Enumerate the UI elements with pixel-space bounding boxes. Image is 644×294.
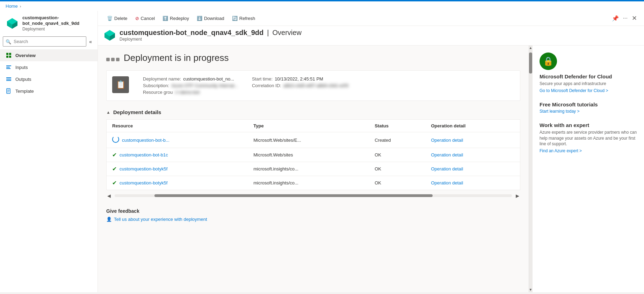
spinner-dot-2: [111, 58, 115, 61]
tutorials-link[interactable]: Start learning today >: [540, 109, 637, 114]
main-panel: Deployment is in progress 📋 Deployment n…: [98, 46, 529, 292]
feedback-title: Give feedback: [106, 208, 520, 214]
content-area: 🗑️ Delete ⊘ Cancel ⬆️ Redeploy ⬇️ Downlo…: [98, 11, 644, 292]
row4-status: OK: [369, 176, 425, 190]
sidebar-header: customquestion-bot_node_qnav4_sdk_9dd De…: [0, 11, 97, 36]
correlation-value: a8b3-c4d5-e6f7-a8b9-c0d1-e2f3: [283, 83, 348, 88]
redeploy-button[interactable]: ⬆️ Redeploy: [159, 14, 193, 23]
section-chevron: ▲: [106, 110, 110, 115]
svg-rect-12: [6, 79, 11, 79]
expert-section: Work with an expert Azure experts are se…: [540, 122, 637, 153]
col-operation: Operation detail: [425, 120, 520, 132]
section-title[interactable]: ▲ Deployment details: [106, 109, 520, 115]
row4-status-icon: ✔: [112, 180, 117, 186]
scroll-up-arrow[interactable]: ▲: [529, 46, 533, 50]
row2-operation-link[interactable]: Operation detail: [431, 152, 463, 158]
sidebar-item-overview[interactable]: Overview: [0, 49, 97, 61]
sidebar-resource-type: Deployment: [22, 27, 92, 31]
refresh-icon: 🔄: [232, 16, 238, 21]
svg-rect-9: [6, 67, 10, 68]
row4-resource-link[interactable]: customquestion-botyk5f: [120, 180, 167, 186]
sidebar: customquestion-bot_node_qnav4_sdk_9dd De…: [0, 11, 98, 292]
svg-rect-13: [6, 80, 11, 81]
row3-operation-link[interactable]: Operation detail: [431, 166, 463, 172]
row3-status: OK: [369, 162, 425, 176]
delete-icon: 🗑️: [107, 16, 113, 21]
sidebar-item-template[interactable]: Template: [0, 85, 97, 97]
right-panel: 🔒 Microsoft Defender for Cloud Secure yo…: [532, 46, 644, 292]
download-label: Download: [204, 16, 224, 21]
sidebar-item-outputs-label: Outputs: [15, 77, 31, 82]
svg-rect-10: [6, 68, 10, 69]
start-time-value: 10/13/2022, 2:45:51 PM: [275, 76, 323, 82]
shield-icon: 🔒: [543, 56, 553, 66]
defender-section: 🔒 Microsoft Defender for Cloud Secure yo…: [540, 52, 637, 93]
row2-status: OK: [369, 148, 425, 162]
col-status: Status: [369, 120, 425, 132]
pin-button[interactable]: 📌: [610, 14, 620, 23]
delete-button[interactable]: 🗑️ Delete: [103, 14, 131, 23]
row1-operation-link[interactable]: Operation detail: [431, 138, 463, 143]
search-icon: 🔍: [6, 39, 11, 44]
sidebar-item-inputs-label: Inputs: [15, 65, 28, 70]
table-row: customquestion-bot-b... Microsoft.Web/si…: [107, 132, 520, 148]
sidebar-item-template-label: Template: [15, 89, 34, 94]
row4-operation-link[interactable]: Operation detail: [431, 180, 463, 186]
sidebar-item-outputs[interactable]: Outputs: [0, 73, 97, 85]
template-icon: [6, 88, 12, 94]
scroll-left-arrow[interactable]: ◀: [106, 193, 112, 198]
scroll-down-arrow[interactable]: ▼: [529, 288, 533, 292]
search-input[interactable]: [3, 36, 86, 47]
content-resource-name: customquestion-bot_node_qnav4_sdk_9dd: [120, 29, 263, 37]
horizontal-scrollbar[interactable]: ◀ ▶: [106, 191, 520, 200]
sidebar-resource-name: customquestion-bot_node_qnav4_sdk_9dd: [22, 15, 92, 26]
sidebar-item-inputs[interactable]: Inputs: [0, 61, 97, 73]
name-value: customquestion-bot_no...: [183, 76, 234, 82]
defender-icon: 🔒: [540, 52, 557, 70]
refresh-label: Refresh: [239, 16, 255, 21]
cancel-button[interactable]: ⊘ Cancel: [132, 14, 158, 23]
row2-resource-link[interactable]: customquestion-bot-b1c: [120, 152, 168, 158]
row1-resource-link[interactable]: customquestion-bot-b...: [122, 138, 169, 143]
more-options-button[interactable]: ···: [622, 14, 629, 23]
info-left: Deployment name: customquestion-bot_no..…: [143, 76, 238, 95]
row1-type: Microsoft.Web/sites/E...: [248, 132, 369, 148]
row2-type: Microsoft.Web/sites: [248, 148, 369, 162]
spinner-dot-3: [116, 58, 120, 61]
delete-label: Delete: [114, 16, 128, 21]
overview-icon: [6, 52, 12, 58]
defender-description: Secure your apps and infrastructure: [540, 81, 637, 87]
vertical-scrollbar[interactable]: ▲ ▼: [529, 46, 532, 292]
breadcrumb-home[interactable]: Home: [6, 4, 18, 9]
feedback-link[interactable]: 👤 Tell us about your experience with dep…: [106, 217, 520, 222]
feedback-section: Give feedback 👤 Tell us about your exper…: [106, 208, 520, 222]
content-page-title: Overview: [273, 29, 302, 37]
content-resource-type: Deployment: [120, 37, 302, 42]
download-icon: ⬇️: [197, 16, 202, 21]
subscription-value: Azure OTF Community Internal...: [171, 83, 238, 88]
table-row: ✔ customquestion-botyk5f microsoft.insig…: [107, 162, 520, 176]
section-title-text: Deployment details: [113, 109, 161, 115]
download-button[interactable]: ⬇️ Download: [193, 14, 228, 23]
expert-link[interactable]: Find an Azure expert >: [540, 148, 637, 153]
collapse-sidebar-button[interactable]: «: [86, 37, 95, 46]
spinner-dot-1: [106, 58, 110, 61]
header-separator: |: [267, 29, 269, 37]
deployment-details-section: ▲ Deployment details Resource Type Statu…: [106, 109, 520, 200]
deployment-status: Deployment is in progress: [106, 52, 520, 63]
h-scrollbar-track[interactable]: [115, 194, 512, 197]
svg-rect-4: [6, 53, 8, 55]
scroll-right-arrow[interactable]: ▶: [515, 193, 520, 198]
defender-link[interactable]: Go to Microsoft Defender for Cloud >: [540, 88, 637, 93]
h-scrollbar-thumb[interactable]: [154, 194, 433, 197]
info-right: Start time: 10/13/2022, 2:45:51 PM Corre…: [252, 76, 348, 95]
defender-title: Microsoft Defender for Cloud: [540, 74, 637, 79]
redeploy-icon: ⬆️: [162, 16, 168, 21]
sidebar-item-overview-label: Overview: [15, 53, 36, 58]
refresh-button[interactable]: 🔄 Refresh: [229, 14, 259, 23]
svg-rect-6: [6, 56, 8, 58]
close-button[interactable]: ✕: [630, 13, 638, 23]
expert-description: Azure experts are service provider partn…: [540, 130, 637, 147]
row3-resource-link[interactable]: customquestion-botyk5f: [120, 166, 167, 172]
v-scrollbar-thumb[interactable]: [529, 52, 532, 74]
